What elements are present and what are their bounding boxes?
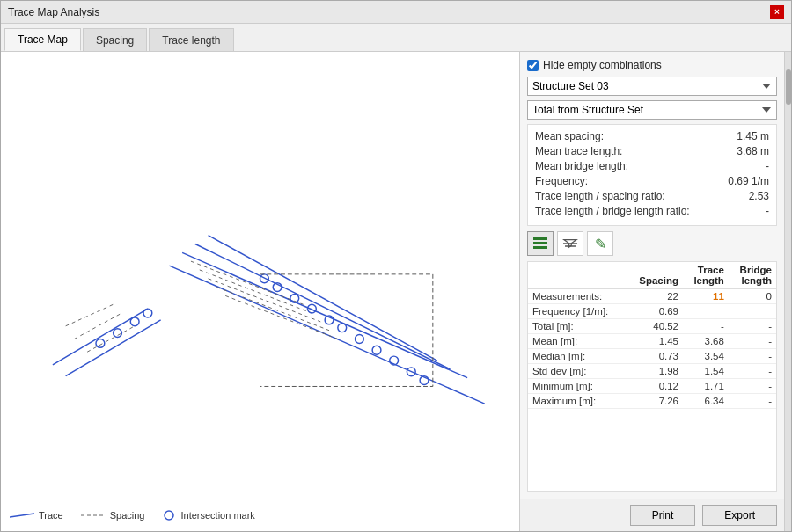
hide-empty-row: Hide empty combinations: [527, 59, 777, 71]
row-label: Std dev [m]:: [528, 364, 627, 379]
table-row: Maximum [m]:7.266.34-: [528, 394, 776, 409]
row-spacing: 1.45: [627, 334, 683, 349]
col-header-label: [528, 262, 627, 289]
table-icon: [533, 237, 547, 250]
row-trace: 1.54: [683, 364, 729, 379]
stat-trace-bridge-ratio: Trace length / bridge length ratio: -: [535, 205, 769, 217]
svg-point-33: [165, 511, 173, 520]
svg-rect-35: [533, 242, 547, 244]
spacing-line-icon: [81, 510, 106, 521]
row-spacing: 7.26: [627, 394, 683, 409]
filter-icon: [562, 237, 578, 250]
stat-mean-spacing: Mean spacing: 1.45 m: [535, 130, 769, 142]
svg-rect-36: [533, 246, 547, 249]
stat-mean-trace: Mean trace length: 3.68 m: [535, 145, 769, 157]
row-trace: 11: [683, 289, 729, 304]
row-trace: 3.68: [683, 334, 729, 349]
legend-spacing: Spacing: [81, 508, 145, 522]
row-bridge: [729, 304, 776, 319]
table-row: Measurements:22110: [528, 289, 776, 304]
row-bridge: -: [729, 379, 776, 394]
intersection-circle-icon: [162, 508, 176, 522]
scroll-thumb[interactable]: [786, 69, 791, 105]
svg-line-31: [10, 514, 34, 517]
stat-mean-trace-value: 3.68 m: [737, 145, 769, 157]
table-row: Std dev [m]:1.981.54-: [528, 364, 776, 379]
close-button[interactable]: ×: [770, 5, 784, 19]
stat-mean-trace-label: Mean trace length:: [535, 145, 622, 157]
stat-frequency-label: Frequency:: [535, 175, 588, 187]
table-row: Median [m]:0.733.54-: [528, 349, 776, 364]
print-button[interactable]: Print: [630, 505, 696, 526]
trace-line-icon: [10, 510, 34, 521]
hide-empty-label[interactable]: Hide empty combinations: [543, 59, 662, 71]
col-header-bridge: Bridgelength: [729, 262, 776, 289]
bottom-bar: Print Export: [520, 499, 784, 531]
data-table-container: Spacing Tracelength Bridgelength Measure…: [527, 261, 777, 492]
row-label: Total [m]:: [528, 319, 627, 334]
right-panel-inner: Hide empty combinations Structure Set 03…: [520, 52, 784, 499]
stat-trace-spacing-label: Trace length / spacing ratio:: [535, 190, 665, 202]
legend-intersection: Intersection mark: [162, 508, 254, 522]
row-trace: 3.54: [683, 349, 729, 364]
title-bar: Trace Map Analysis ×: [1, 1, 791, 24]
tab-trace-length[interactable]: Trace length: [149, 28, 233, 51]
stat-trace-bridge-value: -: [766, 205, 769, 217]
col-header-spacing: Spacing: [627, 262, 683, 289]
row-bridge: -: [729, 319, 776, 334]
total-from-dropdown[interactable]: Total from Structure Set: [527, 100, 777, 120]
scroll-bar[interactable]: [784, 52, 791, 531]
stat-frequency: Frequency: 0.69 1/m: [535, 175, 769, 187]
row-bridge: -: [729, 349, 776, 364]
stat-frequency-value: 0.69 1/m: [728, 175, 769, 187]
legend-trace: Trace: [10, 508, 63, 522]
row-label: Measurements:: [528, 289, 627, 304]
row-label: Maximum [m]:: [528, 394, 627, 409]
row-bridge: -: [729, 394, 776, 409]
row-label: Median [m]:: [528, 349, 627, 364]
edit-button[interactable]: ✎: [587, 231, 613, 256]
row-spacing: 0.73: [627, 349, 683, 364]
col-header-trace: Tracelength: [683, 262, 729, 289]
structure-set-dropdown[interactable]: Structure Set 03: [527, 77, 777, 96]
row-spacing: 40.52: [627, 319, 683, 334]
table-row: Frequency [1/m]:0.69: [528, 304, 776, 319]
row-bridge: 0: [729, 289, 776, 304]
table-row: Minimum [m]:0.121.71-: [528, 379, 776, 394]
stat-trace-spacing-value: 2.53: [749, 190, 769, 202]
row-trace: 1.71: [683, 379, 729, 394]
row-spacing: 1.98: [627, 364, 683, 379]
legend-trace-label: Trace: [39, 510, 63, 521]
trace-canvas: [1, 52, 519, 531]
row-label: Frequency [1/m]:: [528, 304, 627, 319]
legend-spacing-label: Spacing: [110, 510, 145, 521]
table-row: Mean [m]:1.453.68-: [528, 334, 776, 349]
tab-spacing[interactable]: Spacing: [83, 28, 147, 51]
stats-section: Mean spacing: 1.45 m Mean trace length: …: [527, 124, 777, 226]
stat-mean-bridge-label: Mean bridge length:: [535, 160, 628, 172]
row-label: Mean [m]:: [528, 334, 627, 349]
stat-trace-spacing-ratio: Trace length / spacing ratio: 2.53: [535, 190, 769, 202]
toolbar-icons: ✎: [527, 231, 777, 256]
row-spacing: 0.69: [627, 304, 683, 319]
tab-trace-map[interactable]: Trace Map: [4, 28, 81, 51]
row-spacing: 22: [627, 289, 683, 304]
row-trace: 6.34: [683, 394, 729, 409]
main-window: Trace Map Analysis × Trace Map Spacing T…: [0, 0, 792, 532]
table-view-button[interactable]: [527, 231, 554, 256]
row-bridge: -: [729, 334, 776, 349]
table-header-row: Spacing Tracelength Bridgelength: [528, 262, 776, 289]
legend: Trace Spacing Intersection mark: [10, 508, 255, 522]
table-row: Total [m]:40.52--: [528, 319, 776, 334]
export-button[interactable]: Export: [702, 505, 777, 526]
row-trace: -: [683, 319, 729, 334]
hide-empty-checkbox[interactable]: [527, 60, 539, 71]
tabs-bar: Trace Map Spacing Trace length: [1, 24, 791, 52]
stat-trace-bridge-label: Trace length / bridge length ratio:: [535, 205, 690, 217]
svg-rect-34: [533, 237, 547, 240]
stat-mean-spacing-value: 1.45 m: [737, 130, 769, 142]
data-table: Spacing Tracelength Bridgelength Measure…: [528, 262, 776, 409]
window-title: Trace Map Analysis: [8, 6, 99, 18]
row-label: Minimum [m]:: [528, 379, 627, 394]
filter-button[interactable]: [557, 231, 583, 256]
